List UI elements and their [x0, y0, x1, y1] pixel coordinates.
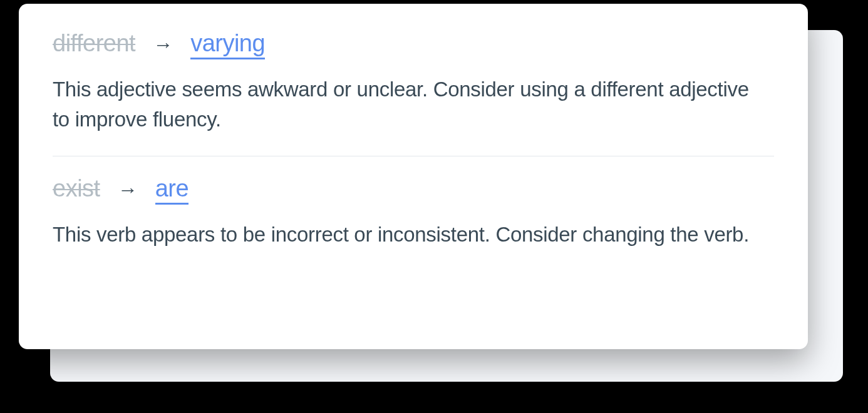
divider	[53, 156, 774, 156]
suggestion-explanation: This adjective seems awkward or unclear.…	[53, 74, 754, 135]
replacement-word[interactable]: varying	[190, 30, 265, 59]
replacement-word[interactable]: are	[155, 175, 189, 205]
original-word: different	[53, 30, 135, 57]
suggestion-header: different → varying	[53, 30, 774, 59]
suggestions-card: different → varying This adjective seems…	[19, 4, 808, 349]
suggestion-header: exist → are	[53, 175, 774, 205]
arrow-icon: →	[153, 33, 173, 56]
original-word: exist	[53, 175, 100, 202]
arrow-icon: →	[118, 178, 138, 201]
suggestion-explanation: This verb appears to be incorrect or inc…	[53, 220, 754, 250]
